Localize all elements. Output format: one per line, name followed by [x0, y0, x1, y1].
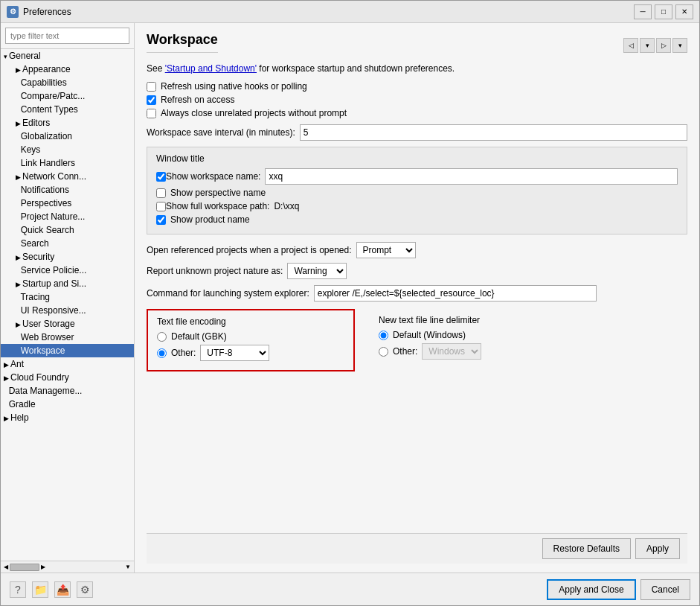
horizontal-scrollbar[interactable]: ◀ ▶ ▼ — [1, 561, 134, 572]
delimiter-default-row: Default (Windows) — [379, 330, 539, 340]
search-input[interactable] — [5, 28, 129, 44]
restore-defaults-button[interactable]: Restore Defaults — [542, 538, 631, 559]
always-close-checkbox[interactable] — [147, 109, 156, 118]
nav-forward-dropdown[interactable]: ▾ — [672, 38, 687, 53]
arrow-startup: ▶ — [16, 281, 21, 288]
show-perspective-name-checkbox[interactable] — [156, 188, 166, 198]
tree-item-security[interactable]: ▶Security — [1, 250, 134, 264]
report-unknown-row: Report unknown project nature as: Warnin… — [147, 263, 687, 279]
tree-item-appearance[interactable]: ▶Appearance — [1, 63, 134, 76]
tree-item-link-handlers[interactable]: Link Handlers — [1, 156, 134, 170]
nav-forward-button[interactable]: ▷ — [656, 38, 671, 53]
delimiter-other-radio[interactable] — [379, 347, 388, 357]
help-icon[interactable]: ? — [10, 581, 26, 598]
tree-item-gradle[interactable]: Gradle — [1, 398, 134, 411]
tree-item-project-nature[interactable]: Project Nature... — [1, 210, 134, 223]
delimiter-default-radio[interactable] — [379, 331, 388, 340]
tree-item-editors[interactable]: ▶Editors — [1, 116, 134, 130]
tree-item-tracing[interactable]: Tracing — [1, 290, 134, 304]
command-explorer-input[interactable] — [314, 285, 597, 302]
refresh-access-checkbox[interactable] — [147, 95, 156, 105]
arrow-appearance: ▶ — [16, 66, 21, 74]
delimiter-other-dropdown: Windows Unix macOS — [422, 343, 481, 360]
arrow-editors: ▶ — [16, 120, 21, 127]
footer-icons: ? 📁 📤 ⚙ — [10, 581, 93, 598]
save-interval-row: Workspace save interval (in minutes): — [147, 124, 687, 141]
encoding-other-radio[interactable] — [157, 348, 167, 358]
open-referenced-dropdown[interactable]: Prompt Always Never — [356, 242, 416, 258]
show-perspective-name-row: Show perspective name — [156, 188, 678, 198]
show-full-workspace-path-checkbox[interactable] — [156, 202, 166, 211]
tree-item-startup-si[interactable]: ▶Startup and Si... — [1, 277, 134, 290]
search-box — [1, 23, 134, 49]
command-explorer-row: Command for launching system explorer: — [147, 285, 687, 302]
tree-item-cloud-foundry[interactable]: ▶Cloud Foundry — [1, 371, 134, 384]
app-icon: ⚙ — [7, 6, 19, 18]
encoding-default-radio[interactable] — [157, 332, 167, 342]
arrow-user-storage: ▶ — [16, 321, 21, 328]
tree-item-capabilities[interactable]: Capabilities — [1, 76, 134, 89]
apply-and-close-button[interactable]: Apply and Close — [547, 579, 635, 600]
show-product-name-checkbox[interactable] — [156, 215, 166, 225]
arrow-cloud-foundry: ▶ — [4, 374, 9, 382]
maximize-button[interactable]: □ — [655, 4, 672, 19]
show-product-name-row: Show product name — [156, 214, 678, 225]
footer: ? 📁 📤 ⚙ Apply and Close Cancel — [1, 572, 699, 605]
nav-back-button[interactable]: ◁ — [623, 38, 638, 53]
tree-item-compare-patch[interactable]: Compare/Patc... — [1, 89, 134, 103]
tree-item-network-conn[interactable]: ▶Network Conn... — [1, 170, 134, 183]
line-delimiter-title: New text file line delimiter — [379, 315, 539, 325]
nav-back-dropdown[interactable]: ▾ — [640, 38, 655, 53]
workspace-name-input[interactable] — [265, 168, 678, 185]
export-icon[interactable]: 📤 — [54, 581, 71, 598]
refresh-native-checkbox[interactable] — [147, 82, 156, 92]
show-workspace-name-checkbox[interactable] — [156, 172, 166, 182]
report-unknown-dropdown[interactable]: Warning Error Ignore — [287, 263, 347, 279]
command-explorer-label: Command for launching system explorer: — [147, 288, 309, 299]
show-full-workspace-path-value: D:\xxq — [274, 201, 299, 211]
close-button[interactable]: ✕ — [675, 4, 693, 19]
tree-item-ant[interactable]: ▶Ant — [1, 357, 134, 371]
tree-item-search[interactable]: Search — [1, 237, 134, 250]
content-area: ▾General ▶Appearance Capabilities Compar… — [1, 23, 699, 572]
encoding-other-dropdown[interactable]: UTF-8 UTF-16 ISO-8859-1 US-ASCII — [200, 345, 269, 361]
tree-item-user-storage[interactable]: ▶User Storage — [1, 317, 134, 331]
settings-icon[interactable]: ⚙ — [77, 581, 93, 598]
apply-button[interactable]: Apply — [635, 538, 680, 559]
tree-item-keys[interactable]: Keys — [1, 143, 134, 156]
arrow-security: ▶ — [16, 254, 21, 261]
save-interval-input[interactable] — [300, 124, 687, 141]
tree-item-data-manage[interactable]: Data Manageme... — [1, 384, 134, 398]
tree-item-workspace[interactable]: Workspace — [1, 344, 134, 357]
tree-item-content-types[interactable]: Content Types — [1, 103, 134, 116]
scroll-down-arrow[interactable]: ▼ — [123, 564, 132, 570]
tree-item-help[interactable]: ▶Help — [1, 411, 134, 424]
encoding-default-label: Default (GBK) — [171, 331, 227, 342]
cancel-button[interactable]: Cancel — [640, 579, 690, 600]
arrow-help: ▶ — [4, 415, 9, 422]
tree-item-globalization[interactable]: Globalization — [1, 130, 134, 143]
show-product-name-label: Show product name — [170, 214, 250, 225]
tree-item-notifications[interactable]: Notifications — [1, 183, 134, 197]
open-icon[interactable]: 📁 — [32, 581, 48, 598]
tree-item-service-polici[interactable]: Service Policie... — [1, 264, 134, 277]
description-suffix: for workspace startup and shutdown prefe… — [257, 63, 455, 74]
tree-item-ui-responsive[interactable]: UI Responsive... — [1, 304, 134, 317]
minimize-button[interactable]: ─ — [634, 4, 652, 19]
tree-item-general[interactable]: ▾General — [1, 49, 134, 63]
arrow-general: ▾ — [4, 53, 7, 60]
scroll-left-arrow[interactable]: ◀ — [2, 564, 10, 570]
tree-item-perspectives[interactable]: Perspectives — [1, 197, 134, 210]
footer-buttons: Apply and Close Cancel — [547, 579, 690, 600]
tree-item-web-browser[interactable]: Web Browser — [1, 331, 134, 344]
scroll-right-arrow[interactable]: ▶ — [39, 564, 47, 570]
tree-area: ▾General ▶Appearance Capabilities Compar… — [1, 49, 134, 561]
encoding-other-label: Other: — [171, 348, 196, 358]
startup-shutdown-link[interactable]: 'Startup and Shutdown' — [165, 63, 257, 74]
scroll-thumb[interactable] — [10, 564, 39, 571]
text-encoding-title: Text file encoding — [157, 316, 344, 327]
title-bar: ⚙ Preferences ─ □ ✕ — [1, 1, 699, 23]
tree-item-quick-search[interactable]: Quick Search — [1, 223, 134, 237]
show-full-workspace-path-row: Show full workspace path: D:\xxq — [156, 201, 678, 211]
save-interval-label: Workspace save interval (in minutes): — [147, 127, 295, 138]
